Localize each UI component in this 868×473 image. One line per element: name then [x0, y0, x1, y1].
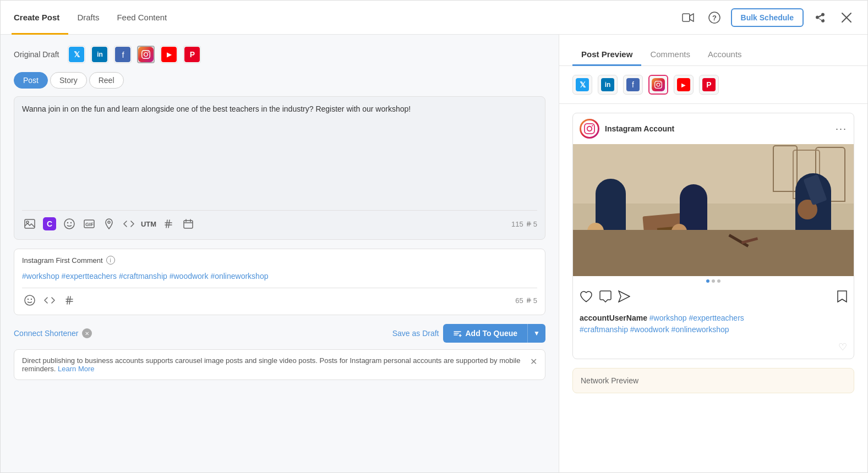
preview-linkedin-btn[interactable]: in [598, 75, 618, 95]
facebook-draft-btn[interactable]: f [114, 46, 132, 63]
code-icon[interactable] [121, 216, 137, 232]
calendar-icon[interactable] [181, 216, 196, 232]
card-caption-hashtags: #workshop #expertteachers [649, 314, 744, 322]
left-panel: Original Draft 𝕏 in f ▶ [1, 35, 559, 472]
tab-drafts[interactable]: Drafts [68, 1, 108, 35]
action-row: Connect Shortener ✕ Save as Draft Add To… [14, 324, 545, 343]
svg-point-6 [67, 222, 68, 223]
instagram-draft-btn[interactable] [137, 46, 155, 63]
help-icon-button[interactable]: ? [705, 8, 724, 28]
emoji-icon[interactable] [62, 216, 77, 232]
tab-feed-content[interactable]: Feed Content [108, 1, 176, 35]
first-comment-hashtags[interactable]: #workshop #expertteachers #craftmanship … [22, 270, 537, 282]
like-icon[interactable] [580, 290, 593, 306]
comment-hashtag-icon[interactable] [62, 293, 77, 308]
left-footer: Connect Shortener ✕ Save as Draft Add To… [14, 324, 545, 380]
linkedin-draft-btn[interactable]: in [91, 46, 108, 63]
add-to-queue-button[interactable]: Add To Queue [443, 324, 527, 343]
preview-facebook-icon: f [626, 78, 640, 91]
queue-dropdown-button[interactable]: ▼ [527, 324, 545, 343]
save-draft-button[interactable]: Save as Draft [392, 329, 439, 338]
preview-instagram-btn[interactable] [648, 75, 668, 95]
card-image-dots [573, 276, 854, 286]
card-caption-username: accountUserName [580, 314, 647, 322]
preview-tab-post[interactable]: Post Preview [572, 44, 641, 66]
first-comment-header: Instagram First Comment i [22, 256, 537, 265]
video-icon-button[interactable] [678, 8, 698, 28]
gif-icon[interactable]: GIF [81, 216, 97, 232]
comment-code-icon[interactable] [42, 293, 57, 308]
dot-1 [706, 279, 709, 283]
preview-twitter-btn[interactable]: 𝕏 [572, 75, 592, 95]
right-actions: Save as Draft Add To Queue ▼ [392, 324, 545, 343]
bulk-schedule-button[interactable]: Bulk Schedule [731, 8, 804, 27]
post-tab[interactable]: Post [14, 72, 48, 89]
info-banner-close-icon[interactable]: ✕ [530, 356, 537, 367]
canva-icon[interactable]: C [42, 216, 57, 232]
card-more-icon[interactable]: ··· [836, 123, 847, 135]
instagram-preview-card: Instagram Account ··· [572, 113, 854, 359]
preview-facebook-btn[interactable]: f [623, 75, 643, 95]
bookmark-icon[interactable] [837, 290, 847, 306]
preview-tabs: Post Preview Comments Accounts [559, 35, 867, 66]
utm-button[interactable]: UTM [141, 216, 156, 232]
instagram-icon [138, 47, 154, 62]
first-comment-section: Instagram First Comment i #workshop #exp… [14, 249, 545, 315]
preview-youtube-btn[interactable]: ▶ [674, 75, 694, 95]
svg-rect-3 [25, 219, 35, 228]
info-icon[interactable]: i [106, 256, 115, 265]
info-banner: Direct publishing to business accounts s… [14, 349, 545, 380]
shortener-x-icon[interactable]: ✕ [82, 328, 92, 338]
location-icon[interactable] [101, 216, 117, 232]
top-nav: Create Post Drafts Feed Content ? [1, 1, 867, 35]
post-textarea-container: Wanna join in on the fun and learn along… [14, 96, 545, 240]
post-textarea[interactable]: Wanna join in on the fun and learn along… [22, 105, 537, 204]
card-like-icon[interactable]: ♡ [838, 341, 847, 353]
svg-point-12 [25, 295, 35, 305]
post-toolbar: C GIF [22, 210, 537, 232]
card-like-row: ♡ [573, 341, 854, 359]
image-icon[interactable] [22, 216, 37, 232]
nav-tabs: Create Post Drafts Feed Content [12, 1, 176, 34]
network-preview: Network Preview [572, 368, 854, 393]
app-container: Create Post Drafts Feed Content ? [0, 0, 868, 473]
connect-shortener[interactable]: Connect Shortener ✕ [14, 328, 92, 338]
card-account-name: Instagram Account [605, 124, 674, 133]
hashtag-icon[interactable] [161, 216, 176, 232]
share-post-icon[interactable] [618, 290, 630, 306]
draft-label: Original Draft [14, 50, 59, 59]
youtube-draft-btn[interactable]: ▶ [160, 46, 178, 63]
preview-tab-comments[interactable]: Comments [641, 44, 699, 66]
story-tab[interactable]: Story [50, 72, 87, 89]
comment-icon[interactable] [599, 290, 612, 306]
preview-tab-accounts[interactable]: Accounts [699, 44, 751, 66]
close-icon-button[interactable] [837, 8, 856, 28]
svg-point-14 [31, 299, 32, 300]
card-caption-hashtags-2: #craftmanship #woodwork #onlineworkshop [580, 325, 729, 334]
card-actions [573, 286, 854, 310]
draft-header: Original Draft 𝕏 in f ▶ [14, 46, 545, 63]
linkedin-icon: in [92, 47, 107, 62]
svg-rect-11 [184, 221, 193, 228]
right-panel: Post Preview Comments Accounts 𝕏 in f [559, 35, 867, 472]
pinterest-draft-btn[interactable]: P [183, 46, 201, 63]
tab-create-post[interactable]: Create Post [12, 1, 68, 35]
hash-count-badge: 5 [526, 220, 537, 228]
info-banner-text: Direct publishing to business accounts s… [22, 356, 525, 373]
learn-more-link[interactable]: Learn More [58, 365, 94, 373]
dot-3 [717, 279, 720, 283]
nav-actions: ? Bulk Schedule [678, 8, 856, 28]
comment-emoji-icon[interactable] [22, 293, 37, 308]
twitter-draft-btn[interactable]: 𝕏 [68, 46, 85, 63]
card-avatar [580, 119, 599, 139]
share-icon-button[interactable] [810, 8, 830, 28]
svg-point-13 [28, 299, 29, 300]
reel-tab[interactable]: Reel [89, 72, 124, 89]
preview-pinterest-btn[interactable]: P [699, 75, 719, 95]
svg-text:?: ? [712, 14, 717, 22]
workshop-image [573, 144, 854, 276]
char-count: 115 5 [511, 220, 537, 228]
comment-hash-count-badge: 5 [526, 296, 537, 305]
twitter-icon: 𝕏 [69, 47, 84, 62]
svg-text:GIF: GIF [85, 222, 94, 227]
